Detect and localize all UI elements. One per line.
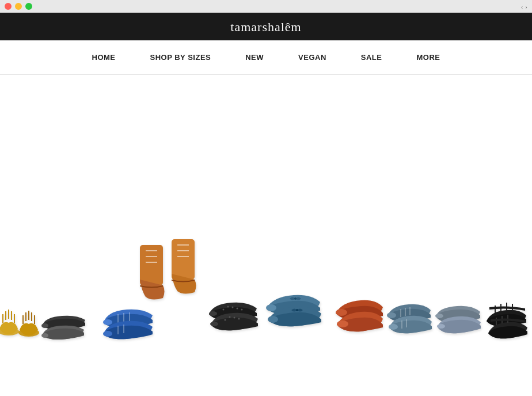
nav-item-vegan[interactable]: VEGAN xyxy=(281,40,344,74)
svg-point-40 xyxy=(266,304,276,311)
main-nav: HOME SHOP by SIZES NEW VEGAN SALE More xyxy=(0,40,532,75)
svg-point-32 xyxy=(237,308,238,310)
svg-point-37 xyxy=(234,317,235,319)
svg-point-26 xyxy=(103,331,112,337)
svg-point-33 xyxy=(241,309,243,311)
svg-point-13 xyxy=(41,333,48,338)
svg-point-34 xyxy=(209,311,217,316)
shoe-group-blue-oxford[interactable] xyxy=(101,280,158,343)
svg-point-50 xyxy=(389,324,398,330)
shoe-group-blue-lace-flat[interactable] xyxy=(264,277,327,334)
svg-point-44 xyxy=(336,309,347,316)
shoe-group-black-sandal[interactable] xyxy=(484,280,532,343)
shoe-group-dark-spotted[interactable] xyxy=(206,280,264,337)
svg-point-46 xyxy=(387,312,396,318)
close-button[interactable] xyxy=(5,3,12,10)
svg-point-30 xyxy=(227,306,229,308)
svg-point-35 xyxy=(225,319,226,321)
nav-item-more[interactable]: More xyxy=(399,40,457,74)
svg-point-45 xyxy=(337,320,348,327)
svg-point-53 xyxy=(435,314,443,318)
nav-item-shop-by-sizes[interactable]: SHOP by SIZES xyxy=(133,40,229,74)
back-arrow[interactable]: ‹ xyxy=(521,3,523,10)
svg-point-36 xyxy=(229,316,231,318)
shoe-group-rust-flat[interactable] xyxy=(331,280,389,337)
svg-point-38 xyxy=(238,318,240,320)
nav-item-new[interactable]: NEW xyxy=(228,40,281,74)
browser-nav-arrows: ‹ › xyxy=(521,3,527,10)
shoe-group-sandal-yellow[interactable] xyxy=(0,280,43,343)
nav-item-home[interactable]: HOME xyxy=(75,40,133,74)
svg-point-41 xyxy=(294,297,297,300)
svg-point-31 xyxy=(232,307,234,308)
minimize-button[interactable] xyxy=(15,3,22,10)
site-title: tamarshalêm xyxy=(0,20,532,35)
maximize-button[interactable] xyxy=(25,3,32,10)
svg-point-42 xyxy=(268,316,278,323)
shoes-area xyxy=(0,199,532,349)
nav-item-sale[interactable]: SALE xyxy=(344,40,400,74)
forward-arrow[interactable]: › xyxy=(525,3,527,10)
svg-point-22 xyxy=(103,319,112,325)
svg-point-54 xyxy=(437,324,445,329)
svg-point-43 xyxy=(296,309,298,311)
shoe-group-pointed-black[interactable] xyxy=(39,294,91,340)
svg-point-12 xyxy=(41,323,48,328)
svg-point-29 xyxy=(223,309,225,311)
svg-point-39 xyxy=(210,322,218,326)
shoe-group-gray-pointed[interactable] xyxy=(433,286,488,338)
title-bar: ‹ › xyxy=(0,0,532,13)
main-content xyxy=(0,75,532,395)
site-header: tamarshalêm xyxy=(0,13,532,40)
shoe-group-gray-blue-oxford[interactable] xyxy=(385,282,436,340)
